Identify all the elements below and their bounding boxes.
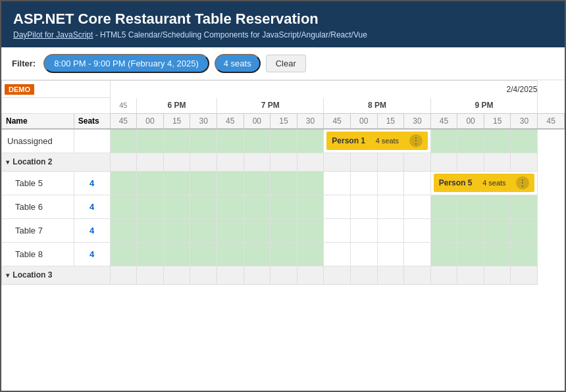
sub-645: 45: [217, 114, 244, 130]
loc2-tc4: [217, 153, 244, 171]
loc2-tc1: [137, 153, 164, 171]
app-subtitle: DayPilot for JavaScript - HTML5 Calendar…: [13, 30, 553, 39]
sub-900: 00: [457, 114, 484, 130]
app-title: ASP.NET Core Restaurant Table Reservatio…: [13, 11, 553, 28]
sub-845: 45: [430, 114, 457, 130]
loc2-tc15: [511, 153, 538, 171]
sub-715: 15: [270, 114, 297, 130]
sub-915: 15: [484, 114, 511, 130]
row-location3[interactable]: ▾ Location 3: [2, 266, 565, 284]
daypilot-link[interactable]: DayPilot for JavaScript: [13, 30, 93, 39]
loc2-tc9: [350, 153, 377, 171]
tc-0-12[interactable]: [430, 129, 457, 153]
tc-0-6[interactable]: [270, 129, 297, 153]
clear-button[interactable]: Clear: [266, 55, 306, 72]
time-9pm: 9 PM: [430, 98, 538, 114]
sub-630: 30: [190, 114, 217, 130]
col-header-seats: Seats: [74, 114, 110, 130]
sub-730: 30: [297, 114, 324, 130]
tc-0-15[interactable]: [511, 129, 538, 153]
seats-filter-pill[interactable]: 4 seats: [215, 54, 261, 73]
tc-0-0[interactable]: [110, 129, 137, 153]
res-person1-menu[interactable]: ⋮: [409, 134, 423, 147]
res-person5-menu[interactable]: ⋮: [516, 176, 529, 189]
sub-800: 00: [350, 114, 377, 130]
date-cell: 2/4/2025: [110, 81, 538, 98]
loc2-tc2: [163, 153, 190, 171]
sub-745: 45: [324, 114, 351, 130]
tc-0-4[interactable]: [217, 129, 244, 153]
location2-chevron: ▾: [6, 159, 9, 166]
table7-seats: 4: [74, 218, 110, 242]
t5-tc6[interactable]: [270, 171, 297, 195]
loc2-tc8: [324, 153, 351, 171]
unassigned-seats: [74, 129, 110, 153]
demo-badge: DEMO: [5, 84, 34, 95]
tc-0-5[interactable]: [244, 129, 270, 153]
t5-tc5[interactable]: [244, 171, 270, 195]
loc2-tc13: [457, 153, 484, 171]
row-table7[interactable]: Table 7 4: [2, 218, 565, 242]
col-header-row: Name Seats 45 00 15 30 45 00 15 30 45 00…: [2, 114, 565, 130]
t5-tc11[interactable]: [404, 171, 431, 195]
sub-545: 45: [110, 114, 137, 130]
t5-tc8[interactable]: [324, 171, 351, 195]
location2-name: ▾ Location 2: [2, 153, 111, 171]
table8-name: Table 8: [2, 242, 74, 266]
app-header: ASP.NET Core Restaurant Table Reservatio…: [1, 1, 565, 47]
t5-tc1[interactable]: [137, 171, 164, 195]
loc2-tc6: [270, 153, 297, 171]
tc-0-13[interactable]: [457, 129, 484, 153]
tc-0-2[interactable]: [163, 129, 190, 153]
t5-tc7[interactable]: [297, 171, 324, 195]
t5-tc9[interactable]: [350, 171, 377, 195]
row-table5[interactable]: Table 5 4: [2, 171, 565, 195]
t5-tc3[interactable]: [190, 171, 217, 195]
sub-615: 15: [163, 114, 190, 130]
table6-seats: 4: [74, 195, 110, 218]
time-filter-pill[interactable]: 8:00 PM - 9:00 PM (February 4, 2025): [43, 54, 209, 73]
scheduler-table: DEMO 2/4/2025 45 6 PM 7 PM 8 PM 9 P: [1, 80, 565, 285]
row-table8[interactable]: Table 8 4: [2, 242, 565, 266]
t5-tc2[interactable]: [163, 171, 190, 195]
col-header-name: Name: [2, 114, 74, 130]
t5-tc0[interactable]: [110, 171, 137, 195]
table7-name: Table 7: [2, 218, 74, 242]
reservation-person5[interactable]: Person 5 4 seats ⋮: [430, 171, 538, 195]
res-person1-seats: 4 seats: [376, 137, 399, 145]
sub-945: 45: [538, 114, 565, 130]
tc-0-1[interactable]: [137, 129, 164, 153]
table8-seats: 4: [74, 242, 110, 266]
unassigned-name: Unassigned: [2, 129, 74, 153]
loc2-tc12: [430, 153, 457, 171]
tc-0-14[interactable]: [484, 129, 511, 153]
row-table6[interactable]: Table 6 4: [2, 195, 565, 218]
loc2-tc10: [377, 153, 404, 171]
sub-600: 00: [137, 114, 164, 130]
reservation-person1[interactable]: Person 1 4 seats ⋮: [324, 129, 430, 153]
t5-tc10[interactable]: [377, 171, 404, 195]
demo-row: DEMO 2/4/2025: [2, 81, 565, 98]
row-unassigned[interactable]: Unassigned Person 1 4 seats: [2, 129, 565, 153]
location3-name: ▾ Location 3: [2, 266, 111, 284]
sub-930: 30: [511, 114, 538, 130]
loc2-tc7: [297, 153, 324, 171]
table5-name: Table 5: [2, 171, 74, 195]
res-person5-seats: 4 seats: [482, 179, 505, 187]
tc-0-3[interactable]: [190, 129, 217, 153]
time-6pm: 6 PM: [137, 98, 217, 114]
tc-0-7[interactable]: [297, 129, 324, 153]
row-location2[interactable]: ▾ Location 2: [2, 153, 565, 171]
filter-bar: Filter: 8:00 PM - 9:00 PM (February 4, 2…: [1, 47, 565, 80]
table5-seats: 4: [74, 171, 110, 195]
filter-label: Filter:: [12, 59, 36, 68]
time-header-row: 45 6 PM 7 PM 8 PM 9 PM: [2, 98, 565, 114]
loc2-tc0: [110, 153, 137, 171]
loc2-tc3: [190, 153, 217, 171]
time-8pm: 8 PM: [324, 98, 430, 114]
loc2-tc14: [484, 153, 511, 171]
scheduler: DEMO 2/4/2025 45 6 PM 7 PM 8 PM 9 P: [1, 80, 565, 285]
res-person5-name: Person 5: [439, 178, 473, 187]
res-person1-name: Person 1: [332, 136, 365, 145]
t5-tc4[interactable]: [217, 171, 244, 195]
